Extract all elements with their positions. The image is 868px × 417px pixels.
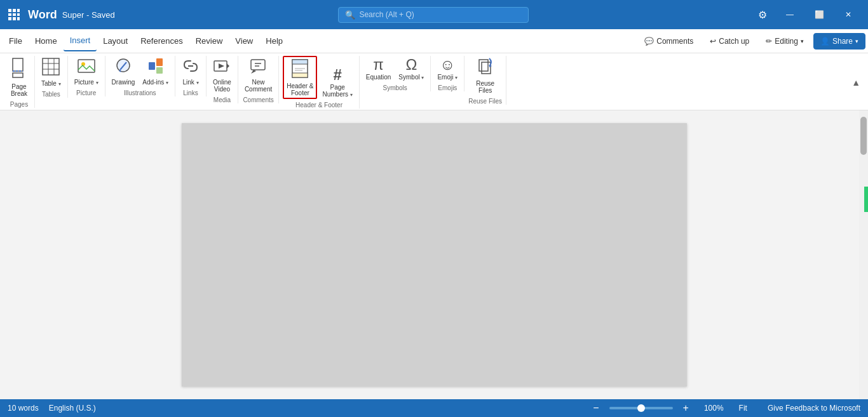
link-icon bbox=[182, 57, 200, 77]
app-name: Word bbox=[28, 8, 57, 22]
svg-rect-6 bbox=[8, 17, 11, 20]
symbol-button[interactable]: Ω Symbol ▾ bbox=[396, 56, 426, 82]
equation-button[interactable]: π Equation bbox=[363, 56, 393, 82]
picture-label: Picture ▾ bbox=[74, 79, 98, 86]
ribbon-group-links: Link ▾ Links bbox=[177, 56, 207, 96]
page-break-icon bbox=[10, 57, 28, 82]
comments-icon: 💬 bbox=[644, 37, 654, 46]
link-button[interactable]: Link ▾ bbox=[179, 56, 202, 87]
symbols-group-label: Symbols bbox=[383, 84, 407, 91]
svg-marker-30 bbox=[251, 70, 256, 74]
settings-icon[interactable]: ⚙ bbox=[752, 4, 773, 25]
new-comment-icon bbox=[250, 57, 268, 77]
menu-review[interactable]: Review bbox=[189, 31, 229, 51]
fit-label[interactable]: Fit bbox=[739, 404, 747, 413]
page-numbers-button[interactable]: # PageNumbers ▾ bbox=[320, 66, 355, 99]
online-video-button[interactable]: OnlineVideo bbox=[210, 56, 234, 94]
link-label: Link ▾ bbox=[182, 79, 198, 86]
ribbon-collapse-button[interactable]: ▲ bbox=[849, 76, 863, 89]
minimize-button[interactable]: — bbox=[775, 4, 804, 25]
equation-label: Equation bbox=[366, 74, 391, 81]
scrollbar-thumb[interactable] bbox=[860, 117, 867, 155]
share-button[interactable]: 👤 Share ▾ bbox=[813, 33, 865, 50]
svg-rect-38 bbox=[479, 60, 488, 71]
share-chevron-icon: ▾ bbox=[855, 38, 858, 44]
emojis-group-label: Emojis bbox=[438, 84, 457, 91]
page-break-label: PageBreak bbox=[11, 83, 27, 97]
svg-rect-23 bbox=[156, 58, 163, 66]
menu-help[interactable]: Help bbox=[259, 31, 289, 51]
comments-button[interactable]: 💬 Comments bbox=[637, 33, 700, 50]
drawing-button[interactable]: Drawing bbox=[109, 56, 138, 87]
search-box[interactable]: 🔍 bbox=[338, 7, 529, 23]
links-group-label: Links bbox=[183, 89, 198, 96]
top-right-buttons: 💬 Comments ↩ Catch up ✏ Editing ▾ 👤 Shar… bbox=[637, 33, 865, 50]
ribbon-group-illustrations: Drawing Add-ins ▾ Illustrations bbox=[107, 56, 175, 96]
picture-icon bbox=[77, 57, 96, 77]
reuse-files-button[interactable]: ReuseFiles bbox=[473, 56, 497, 95]
svg-marker-27 bbox=[227, 63, 229, 69]
zoom-thumb[interactable] bbox=[637, 404, 645, 412]
emoji-label: Emoji ▾ bbox=[437, 74, 458, 81]
search-input[interactable] bbox=[359, 10, 522, 19]
svg-rect-5 bbox=[17, 13, 20, 16]
picture-group-label: Picture bbox=[76, 89, 96, 96]
menu-references[interactable]: References bbox=[134, 31, 189, 51]
ribbon-group-header-footer: Header &Footer # PageNumbers ▾ Header & … bbox=[280, 56, 360, 109]
pages-group-label: Pages bbox=[10, 101, 28, 108]
feedback-label[interactable]: Give Feedback to Microsoft bbox=[768, 404, 860, 413]
menu-view[interactable]: View bbox=[229, 31, 259, 51]
menu-file[interactable]: File bbox=[3, 31, 29, 51]
table-icon bbox=[41, 57, 60, 79]
picture-button[interactable]: Picture ▾ bbox=[72, 56, 101, 87]
close-button[interactable]: ✕ bbox=[834, 4, 863, 25]
addins-button[interactable]: Add-ins ▾ bbox=[140, 56, 171, 87]
doc-title: Super - Saved bbox=[62, 10, 115, 20]
header-footer-button[interactable]: Header &Footer bbox=[283, 56, 317, 99]
online-video-icon bbox=[213, 57, 231, 77]
new-comment-button[interactable]: NewComment bbox=[242, 56, 275, 94]
emoji-icon: ☺ bbox=[440, 57, 456, 72]
header-footer-label: Header &Footer bbox=[287, 83, 313, 96]
svg-rect-24 bbox=[156, 67, 163, 74]
drawing-icon bbox=[115, 57, 132, 77]
apps-icon[interactable] bbox=[5, 6, 23, 23]
editing-button[interactable]: ✏ Editing ▾ bbox=[759, 33, 811, 50]
reuse-files-label: ReuseFiles bbox=[476, 80, 494, 94]
scroll-indicator bbox=[864, 187, 868, 212]
zoom-slider[interactable] bbox=[609, 407, 673, 409]
page-numbers-label: PageNumbers ▾ bbox=[322, 84, 352, 98]
vertical-scrollbar[interactable] bbox=[859, 110, 868, 417]
media-group-label: Media bbox=[214, 96, 231, 103]
page-break-button[interactable]: PageBreak bbox=[8, 56, 31, 98]
zoom-plus[interactable]: + bbox=[683, 402, 689, 414]
catchup-button[interactable]: ↩ Catch up bbox=[703, 33, 756, 50]
catchup-icon: ↩ bbox=[710, 37, 716, 46]
svg-rect-7 bbox=[13, 17, 16, 20]
zoom-level: 100% bbox=[704, 404, 724, 413]
svg-rect-1 bbox=[13, 9, 16, 12]
table-label: Table ▾ bbox=[41, 80, 61, 87]
online-video-label: OnlineVideo bbox=[213, 79, 231, 93]
maximize-button[interactable]: ⬜ bbox=[804, 4, 834, 25]
page-content[interactable] bbox=[182, 123, 687, 387]
menu-layout[interactable]: Layout bbox=[97, 31, 134, 51]
ribbon-group-media: OnlineVideo Media bbox=[208, 56, 238, 103]
addins-label: Add-ins ▾ bbox=[142, 79, 168, 86]
ribbon-group-reuse-files: ReuseFiles Reuse Files bbox=[466, 56, 506, 105]
ribbon-group-tables: Table ▾ Tables bbox=[36, 56, 68, 98]
word-count: 10 words bbox=[8, 404, 39, 413]
emoji-button[interactable]: ☺ Emoji ▾ bbox=[435, 56, 460, 82]
drawing-label: Drawing bbox=[112, 79, 135, 86]
svg-rect-35 bbox=[292, 73, 308, 77]
document-page bbox=[182, 123, 687, 387]
svg-rect-4 bbox=[13, 13, 16, 16]
ribbon-group-comments: NewComment Comments bbox=[240, 56, 279, 103]
svg-rect-22 bbox=[149, 62, 155, 70]
table-button[interactable]: Table ▾ bbox=[39, 56, 64, 88]
menu-home[interactable]: Home bbox=[29, 31, 64, 51]
svg-rect-12 bbox=[43, 58, 59, 75]
svg-marker-28 bbox=[219, 63, 224, 69]
zoom-minus[interactable]: − bbox=[593, 402, 599, 414]
menu-insert[interactable]: Insert bbox=[64, 31, 97, 51]
